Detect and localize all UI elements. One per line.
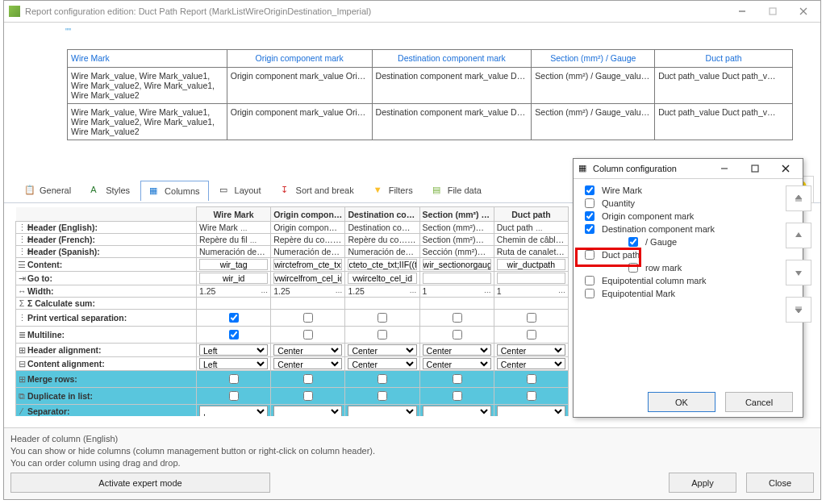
preview-col-dest[interactable]: Destination component mark [372, 50, 532, 68]
row-multiline-checkbox[interactable] [453, 330, 462, 339]
row-calign-select[interactable]: Center [497, 358, 565, 369]
row-content-input[interactable] [497, 259, 565, 270]
row-sep-cell[interactable] [494, 405, 568, 417]
row-halign-select[interactable]: Center [348, 344, 416, 356]
row-multiline-cell[interactable] [271, 327, 345, 344]
row-dup-checkbox[interactable] [453, 391, 462, 401]
row-multiline-cell[interactable] [345, 327, 419, 344]
popup-item-checkbox[interactable] [628, 263, 638, 273]
tab-general[interactable]: 📋General [15, 180, 80, 200]
maximize-button[interactable] [757, 2, 788, 21]
popup-item-checkbox[interactable] [628, 237, 638, 247]
row-content-input[interactable] [348, 259, 416, 270]
popup-item-checkbox[interactable] [585, 224, 594, 234]
row-halign-cell[interactable]: Center [271, 344, 345, 357]
row-calign-cell[interactable]: Center [345, 357, 419, 371]
grid-col-wire-mark[interactable]: Wire Mark [197, 207, 271, 222]
move-up-button[interactable] [786, 223, 811, 248]
row-halign-select[interactable]: Center [423, 344, 491, 356]
row-multiline-checkbox[interactable] [229, 330, 239, 339]
grid-col-origin[interactable]: Origin compone… [271, 207, 345, 222]
close-main-button[interactable]: Close [746, 473, 814, 493]
row-merge-checkbox[interactable] [303, 374, 313, 384]
popup-item-checkbox[interactable] [585, 276, 594, 285]
row-halign-cell[interactable]: Center [419, 344, 494, 357]
row-content-cell[interactable] [419, 258, 494, 272]
row-merge-checkbox[interactable] [378, 374, 387, 384]
row-goto-input[interactable] [199, 273, 268, 284]
row-content-input[interactable] [199, 259, 268, 270]
row-goto-cell[interactable] [345, 272, 419, 285]
row-calign-cell[interactable]: Left [197, 357, 271, 371]
row-header_en-cell[interactable]: Section (mm²)… … [419, 222, 494, 234]
row-calign-select[interactable]: Center [348, 358, 416, 369]
row-printsep-cell[interactable] [419, 310, 494, 327]
row-header_es-cell[interactable]: Numeración de… … [197, 246, 271, 258]
move-top-button[interactable] [786, 185, 811, 211]
row-dup-checkbox[interactable] [303, 391, 313, 401]
popup-ok-button[interactable]: OK [648, 392, 715, 412]
row-calign-cell[interactable]: Center [271, 357, 345, 371]
row-header_fr-cell[interactable]: Repère du co… … [271, 234, 345, 246]
row-sep-cell[interactable]: , [197, 405, 271, 417]
row-printsep-checkbox[interactable] [303, 313, 313, 323]
row-dup-checkbox[interactable] [527, 391, 536, 401]
row-sep-select[interactable]: , [199, 406, 268, 416]
row-header_es-cell[interactable]: Numeración de… … [271, 246, 345, 258]
row-width-cell[interactable]: 1… [419, 285, 494, 298]
tab-sort[interactable]: ↧Sort and break [272, 180, 363, 200]
row-goto-input[interactable] [273, 273, 342, 284]
row-calign-select[interactable]: Center [273, 358, 342, 369]
grid-col-duct[interactable]: Duct path [494, 207, 568, 222]
popup-item[interactable]: Quantity [582, 197, 795, 210]
row-merge-checkbox[interactable] [453, 374, 462, 384]
popup-item-checkbox[interactable] [585, 250, 594, 260]
row-halign-select[interactable]: Left [199, 344, 268, 356]
row-merge-checkbox[interactable] [527, 374, 536, 384]
row-merge-cell[interactable] [197, 371, 271, 388]
row-goto-cell[interactable] [197, 272, 271, 285]
row-sep-select[interactable] [497, 406, 565, 416]
row-header_es-cell[interactable]: Sección (mm²)… … [419, 246, 494, 258]
row-header_en-cell[interactable]: Destination co… … [345, 222, 419, 234]
row-merge-cell[interactable] [271, 371, 345, 388]
row-goto-input[interactable] [423, 273, 491, 284]
grid-col-dest[interactable]: Destination com… [345, 207, 419, 222]
row-header_fr-cell[interactable]: Repère du fil … [197, 234, 271, 246]
row-merge-checkbox[interactable] [229, 374, 239, 384]
row-sep-cell[interactable] [271, 405, 345, 417]
tab-styles[interactable]: AStyles [81, 180, 139, 200]
row-dup-cell[interactable] [345, 388, 419, 405]
row-calign-cell[interactable]: Center [419, 357, 494, 371]
row-halign-cell[interactable]: Center [345, 344, 419, 357]
row-sep-cell[interactable] [345, 405, 419, 417]
popup-item[interactable]: Destination component mark [582, 223, 795, 235]
row-printsep-cell[interactable] [345, 310, 419, 327]
row-printsep-cell[interactable] [494, 310, 568, 327]
popup-cancel-button[interactable]: Cancel [725, 392, 793, 412]
popup-item-checkbox[interactable] [585, 198, 594, 208]
popup-item[interactable]: row mark [582, 261, 795, 274]
popup-item-checkbox[interactable] [585, 185, 594, 195]
row-goto-cell[interactable] [419, 272, 494, 285]
row-halign-cell[interactable]: Left [197, 344, 271, 357]
row-multiline-checkbox[interactable] [527, 330, 536, 339]
row-dup-cell[interactable] [271, 388, 345, 405]
row-multiline-checkbox[interactable] [303, 330, 313, 339]
row-header_fr-cell[interactable]: Chemin de câbles … [494, 234, 568, 246]
row-header_fr-cell[interactable]: Repère du co… … [345, 234, 419, 246]
row-content-cell[interactable] [271, 258, 345, 272]
row-dup-cell[interactable] [419, 388, 494, 405]
popup-item[interactable]: Equipotential Mark [582, 287, 795, 300]
popup-titlebar[interactable]: ▦ Column configuration [574, 159, 803, 179]
row-halign-select[interactable]: Center [497, 344, 565, 356]
preview-col-origin[interactable]: Origin component mark [227, 50, 372, 68]
popup-item[interactable]: Equipotential column mark [582, 274, 795, 287]
tab-layout[interactable]: ▭Layout [211, 180, 270, 200]
row-header_en-cell[interactable]: Wire Mark … [197, 222, 271, 234]
preview-col-wire-mark[interactable]: Wire Mark [68, 50, 227, 68]
move-bottom-button[interactable] [786, 297, 811, 323]
popup-item[interactable]: Wire Mark [582, 184, 795, 197]
row-dup-checkbox[interactable] [378, 391, 387, 401]
row-calign-cell[interactable]: Center [494, 357, 568, 371]
